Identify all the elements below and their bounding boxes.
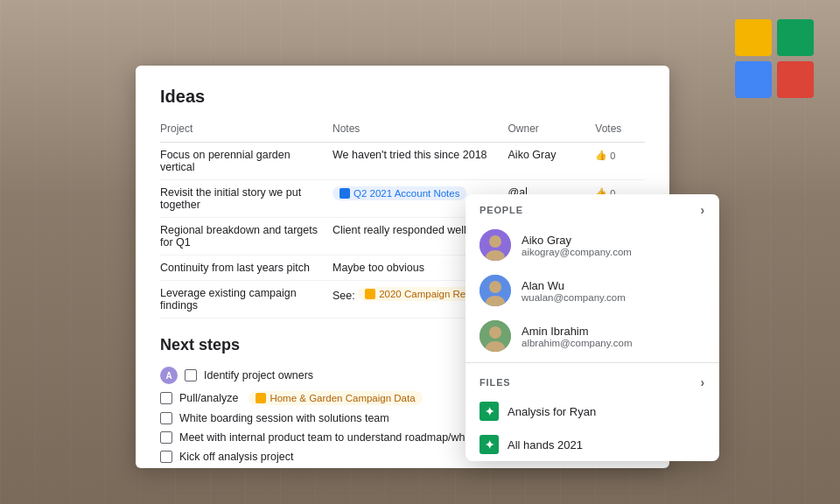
project-cell: Regional breakdown and targets for Q1: [160, 218, 332, 256]
chevron-right-icon[interactable]: ›: [700, 203, 705, 217]
col-header-owner: Owner: [508, 119, 596, 143]
person-item-alan[interactable]: Alan Wu wualan@company.com: [466, 268, 719, 313]
people-section-header: PEOPLE ›: [466, 194, 719, 222]
checkbox[interactable]: [160, 451, 172, 463]
svg-rect-2: [735, 61, 772, 98]
file-item-allhands[interactable]: ✦ All hands 2021: [466, 428, 719, 461]
project-cell: Focus on perennial garden vertical: [160, 143, 332, 180]
owner-cell: Aiko Gray: [508, 143, 596, 180]
table-row: Focus on perennial garden vertical We ha…: [160, 143, 645, 180]
files-section-header: FILES ›: [466, 367, 719, 395]
mention-dropdown: PEOPLE › Aiko Gray aikogray@company.com: [466, 194, 719, 461]
chip-icon: [256, 393, 266, 403]
project-cell: Revisit the initial story we put togethe…: [160, 180, 332, 218]
svg-rect-0: [735, 19, 772, 56]
ideas-section-title: Ideas: [160, 87, 645, 107]
svg-rect-1: [777, 19, 814, 56]
col-header-votes: Votes: [595, 119, 645, 143]
google-logo: [735, 19, 814, 98]
chip-icon: [340, 188, 350, 199]
checkbox[interactable]: [160, 431, 172, 444]
person-info-amin: Amin Ibrahim albrahim@company.com: [522, 325, 633, 348]
notes-chip[interactable]: Q2 2021 Account Notes: [332, 186, 466, 200]
avatar-aiko: [480, 229, 511, 261]
person-item-aiko[interactable]: Aiko Gray aikogray@company.com: [466, 222, 719, 268]
project-cell: Leverage existing campaign findings: [160, 281, 332, 318]
col-header-project: Project: [160, 119, 332, 143]
project-cell: Continuity from last years pitch: [160, 256, 332, 281]
svg-rect-3: [777, 61, 814, 98]
chip-icon: [365, 289, 375, 299]
checkbox[interactable]: [185, 369, 197, 382]
file-item-analysis[interactable]: ✦ Analysis for Ryan: [466, 395, 719, 428]
file-icon-spreadsheet: ✦: [480, 402, 499, 421]
section-divider: [466, 362, 719, 363]
file-chip[interactable]: Home & Garden Campaign Data: [248, 391, 422, 405]
person-item-amin[interactable]: Amin Ibrahim albrahim@company.com: [466, 313, 719, 359]
person-info-aiko: Aiko Gray aikogray@company.com: [522, 234, 632, 257]
list-item: Complete customer account analysis from …: [160, 466, 645, 468]
notes-cell: We haven't tried this since 2018: [332, 143, 508, 180]
chevron-right-icon[interactable]: ›: [700, 375, 705, 389]
vote-thumb: 👍 0: [595, 150, 615, 161]
checkbox[interactable]: [160, 412, 172, 424]
file-icon-spreadsheet: ✦: [480, 435, 499, 454]
avatar-amin: [480, 320, 511, 352]
votes-cell: 👍 0: [595, 143, 645, 180]
svg-point-8: [489, 281, 501, 293]
person-info-alan: Alan Wu wualan@company.com: [522, 279, 626, 303]
checkbox[interactable]: [160, 392, 172, 404]
svg-point-11: [489, 326, 501, 339]
avatar-alan: [480, 275, 511, 306]
svg-point-5: [489, 235, 501, 248]
avatar: A: [160, 367, 178, 384]
col-header-notes: Notes: [332, 119, 508, 143]
